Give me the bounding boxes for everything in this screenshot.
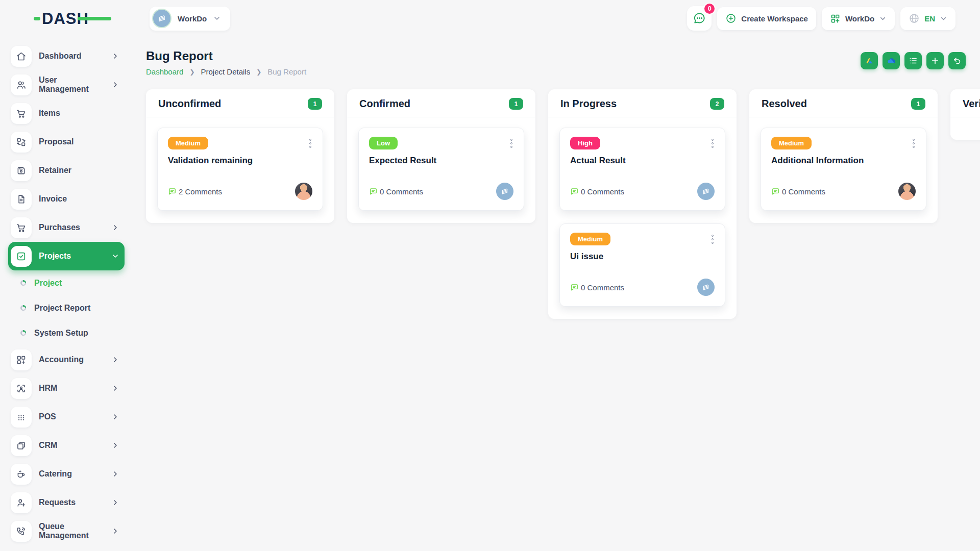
- kanban-card[interactable]: Medium Additional Information 0 Comments: [761, 128, 926, 211]
- create-workspace-button[interactable]: Create Workspace: [717, 7, 816, 30]
- card-menu-button[interactable]: [912, 137, 916, 150]
- column-resolved: Resolved 1 Medium Additional Information…: [749, 89, 938, 223]
- workspace-avatar: [496, 183, 513, 200]
- comments-count: 0 Comments: [570, 283, 624, 292]
- chevron-right-icon: [111, 81, 119, 89]
- list-icon: [909, 56, 918, 65]
- sidebar-subitem-project-report[interactable]: Project Report: [8, 295, 125, 320]
- language-label: EN: [924, 14, 935, 23]
- breadcrumb-dashboard[interactable]: Dashboard: [146, 67, 183, 76]
- workspace-avatar: [697, 183, 715, 200]
- comments-count: 0 Comments: [369, 187, 423, 196]
- users-icon: [11, 74, 32, 95]
- sidebar-item-purchases[interactable]: Purchases: [8, 213, 125, 242]
- messages-button[interactable]: 0: [687, 6, 712, 31]
- user-plus-icon: [11, 492, 32, 513]
- chat-bubble-icon: [693, 12, 706, 25]
- column-header: Unconfirmed 1: [146, 89, 334, 117]
- copy-squares-icon: [11, 435, 32, 456]
- kanban-card[interactable]: Medium Validation remaining 2 Comments: [157, 128, 323, 211]
- file-text-icon: [11, 189, 32, 210]
- card-menu-button[interactable]: [308, 137, 312, 150]
- bullet-icon: [20, 330, 26, 336]
- sidebar-item-user-management[interactable]: User Management: [8, 70, 125, 99]
- priority-badge: Low: [369, 137, 398, 149]
- priority-badge: Medium: [168, 137, 208, 149]
- breadcrumb-project-details[interactable]: Project Details: [201, 67, 250, 76]
- bullet-icon: [20, 280, 26, 286]
- chevron-right-icon: [111, 223, 119, 232]
- priority-badge: Medium: [771, 137, 812, 149]
- count-badge: 1: [509, 98, 523, 110]
- home-icon: [11, 46, 32, 67]
- sidebar-item-hrm[interactable]: HRM: [8, 374, 125, 403]
- comments-count: 0 Comments: [771, 187, 825, 196]
- comment-icon: [570, 187, 579, 196]
- kanban-board: Unconfirmed 1 Medium Validation remainin…: [146, 89, 980, 319]
- checkbox-icon: [11, 246, 32, 267]
- grid-plus-icon: [830, 13, 841, 24]
- list-view-button[interactable]: [904, 52, 922, 69]
- assignee-avatar: [898, 183, 916, 200]
- logo-text: DASH: [42, 11, 89, 27]
- create-workspace-label: Create Workspace: [741, 14, 808, 23]
- count-badge: 2: [710, 98, 724, 110]
- dash-logo[interactable]: DASH: [0, 11, 109, 27]
- circle-plus-icon: [725, 13, 737, 24]
- sidebar-item-pos[interactable]: POS: [8, 403, 125, 431]
- chevron-right-icon: [111, 470, 119, 478]
- card-menu-button[interactable]: [710, 137, 715, 150]
- kanban-card[interactable]: Medium Ui issue 0 Comments: [559, 223, 725, 307]
- breadcrumb-separator: ❯: [189, 68, 194, 76]
- workdo-menu-button[interactable]: WorkDo: [822, 7, 895, 30]
- undo-arrow-icon: [952, 56, 962, 65]
- column-header: Resolved 1: [749, 89, 938, 117]
- sidebar-item-accounting[interactable]: Accounting: [8, 345, 125, 374]
- chevron-right-icon: [111, 52, 119, 60]
- sidebar-item-retainer[interactable]: Retainer: [8, 156, 125, 185]
- sidebar-item-items[interactable]: Items: [8, 99, 125, 128]
- google-drive-icon: [865, 56, 874, 66]
- sidebar-item-invoice[interactable]: Invoice: [8, 185, 125, 213]
- sidebar-item-requests[interactable]: Requests: [8, 488, 125, 517]
- cart-icon: [11, 217, 32, 238]
- topbar: DASH WorkDo 0 Create Workspace WorkDo EN: [0, 0, 980, 37]
- dots-grid-icon: [11, 407, 32, 428]
- column-in-progress: In Progress 2 High Actual Result 0 Comme…: [548, 89, 737, 319]
- chevron-down-icon: [213, 14, 221, 22]
- toolbar: [861, 52, 966, 69]
- sidebar-item-projects[interactable]: Projects: [8, 242, 125, 270]
- chevron-down-icon: [879, 15, 887, 22]
- comment-icon: [168, 187, 177, 196]
- sidebar: Dashboard User Management Items Proposal…: [0, 37, 132, 551]
- plus-icon: [930, 56, 940, 65]
- google-drive-button[interactable]: [861, 52, 878, 69]
- sidebar-item-catering[interactable]: Catering: [8, 460, 125, 488]
- priority-badge: Medium: [570, 233, 610, 245]
- breadcrumb: Dashboard ❯ Project Details ❯ Bug Report: [146, 67, 306, 76]
- breadcrumb-separator: ❯: [256, 68, 261, 76]
- column-verified: Verified: [950, 89, 980, 140]
- comment-icon: [771, 187, 780, 196]
- priority-badge: High: [570, 137, 600, 149]
- workspace-selector[interactable]: WorkDo: [150, 7, 230, 31]
- sidebar-item-proposal[interactable]: Proposal: [8, 128, 125, 156]
- chevron-right-icon: [111, 356, 119, 364]
- sidebar-item-crm[interactable]: CRM: [8, 431, 125, 460]
- back-button[interactable]: [948, 52, 966, 69]
- card-menu-button[interactable]: [710, 233, 715, 246]
- sidebar-subitem-project[interactable]: Project: [8, 270, 125, 295]
- card-menu-button[interactable]: [509, 137, 513, 150]
- sidebar-item-dashboard[interactable]: Dashboard: [8, 42, 125, 70]
- onedrive-button[interactable]: [883, 52, 900, 69]
- bullet-icon: [20, 305, 26, 311]
- sidebar-subitem-system-setup[interactable]: System Setup: [8, 320, 125, 345]
- kanban-card[interactable]: Low Expected Result 0 Comments: [358, 128, 524, 211]
- sidebar-item-queue-management[interactable]: Queue Management: [8, 517, 125, 545]
- grid-plus-icon: [11, 349, 32, 370]
- kanban-card[interactable]: High Actual Result 0 Comments: [559, 128, 725, 211]
- language-selector[interactable]: EN: [900, 7, 955, 30]
- card-title: Additional Information: [771, 156, 916, 166]
- add-button[interactable]: [926, 52, 944, 69]
- card-title: Expected Result: [369, 156, 513, 166]
